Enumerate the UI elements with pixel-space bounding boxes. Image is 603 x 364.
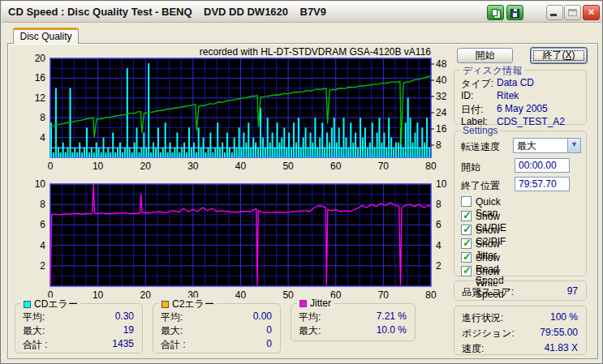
jitter-max-row: 最大:10.0 % bbox=[299, 324, 407, 338]
app-window: CD Speed : Disc Quality Test - BENQ DVD … bbox=[0, 0, 603, 364]
focus-rect bbox=[533, 50, 584, 61]
minimize-icon bbox=[550, 14, 557, 16]
cd-avg-row: 平均:0.30 bbox=[23, 310, 135, 324]
svg-text:40: 40 bbox=[235, 161, 247, 172]
c2-error-stats-group: C2エラー 平均:0.00 最大:0 合計 :0 bbox=[153, 303, 281, 353]
svg-text:60: 60 bbox=[330, 161, 342, 172]
transfer-speed-select[interactable]: 最大 ▼ bbox=[513, 138, 581, 153]
svg-text:12: 12 bbox=[35, 92, 46, 104]
copy-button[interactable] bbox=[487, 5, 504, 20]
save-button[interactable] bbox=[506, 5, 523, 20]
checkbox-icon: ✓ bbox=[461, 238, 472, 249]
svg-text:8: 8 bbox=[40, 112, 45, 123]
c2-error-caption: C2エラー bbox=[159, 298, 217, 311]
cd-error-stats-group: CDエラー 平均:0.30 最大:19 合計 :1435 bbox=[15, 303, 143, 353]
svg-text:40: 40 bbox=[235, 289, 247, 301]
end-position-input[interactable]: 79:57.70 bbox=[515, 177, 570, 191]
jitter-caption: Jitter bbox=[297, 298, 334, 309]
checkbox-icon: ✓ bbox=[461, 196, 472, 207]
window-title: CD Speed : Disc Quality Test - BENQ DVD … bbox=[8, 6, 326, 18]
maximize-icon bbox=[568, 9, 577, 16]
jitter-avg-row: 平均:7.21 % bbox=[299, 310, 407, 324]
quality-score-group: 品質スコア:97 bbox=[454, 280, 587, 301]
close-button[interactable]: × bbox=[583, 5, 600, 20]
tab-label: Disc Quality bbox=[19, 31, 71, 42]
checkbox-icon: ✓ bbox=[461, 266, 472, 276]
speed-row: 速度:41.83 X bbox=[462, 342, 579, 356]
cd-error-caption: CDエラー bbox=[21, 298, 80, 311]
disc-id-row: ID:Ritek bbox=[461, 90, 579, 101]
settings-group: Settings 転送速度 最大 ▼ 開始 00:00.00 終了位置 79:5… bbox=[454, 131, 587, 276]
settings-title: Settings bbox=[460, 125, 500, 136]
jitter-legend-swatch bbox=[299, 300, 307, 307]
start-button[interactable]: 開始 bbox=[457, 48, 513, 63]
disc-date-row: 日付:6 May 2005 bbox=[461, 103, 579, 117]
tab-disc-quality[interactable]: Disc Quality bbox=[13, 28, 79, 44]
jitter-chart: 22446688101001020304050607080 bbox=[17, 179, 455, 302]
svg-text:6: 6 bbox=[436, 219, 441, 230]
svg-text:4: 4 bbox=[40, 240, 45, 251]
svg-text:10: 10 bbox=[93, 161, 104, 172]
svg-text:20: 20 bbox=[35, 53, 46, 64]
title-bar: CD Speed : Disc Quality Test - BENQ DVD … bbox=[2, 2, 601, 23]
svg-text:24: 24 bbox=[436, 107, 447, 118]
svg-text:16: 16 bbox=[436, 123, 447, 135]
quality-score-row: 品質スコア:97 bbox=[462, 285, 579, 299]
svg-text:4: 4 bbox=[436, 240, 441, 251]
checkbox-icon: ✓ bbox=[461, 225, 472, 235]
c2-avg-row: 平均:0.00 bbox=[161, 310, 273, 324]
svg-text:8: 8 bbox=[436, 139, 441, 151]
c2-max-row: 最大:0 bbox=[161, 324, 273, 338]
disc-info-group: ディスク情報 タイプ:Data CD ID:Ritek 日付:6 May 200… bbox=[454, 70, 587, 125]
svg-text:8: 8 bbox=[40, 199, 45, 210]
svg-text:50: 50 bbox=[282, 289, 294, 301]
checkbox-icon: ✓ bbox=[461, 252, 472, 263]
maximize-button[interactable] bbox=[564, 5, 581, 20]
cd-total-row: 合計 :1435 bbox=[23, 338, 135, 352]
c1-error-speed-chart: 481216208162432404801020304050607080 bbox=[17, 46, 455, 179]
svg-text:16: 16 bbox=[35, 72, 46, 84]
c2-error-legend-swatch bbox=[162, 301, 169, 308]
svg-text:50: 50 bbox=[282, 161, 294, 172]
svg-text:2: 2 bbox=[436, 260, 441, 272]
copy-icon bbox=[492, 9, 497, 16]
minimize-button[interactable] bbox=[546, 5, 563, 20]
checkbox-icon: ✓ bbox=[461, 211, 472, 221]
progress-group: 進行状況:100 % ポジション:79:55.00 速度:41.83 X bbox=[454, 306, 587, 355]
svg-text:10: 10 bbox=[35, 179, 46, 190]
svg-text:6: 6 bbox=[40, 219, 45, 230]
svg-text:10: 10 bbox=[436, 179, 447, 190]
svg-text:32: 32 bbox=[436, 91, 447, 102]
svg-text:48: 48 bbox=[436, 58, 447, 70]
svg-text:8: 8 bbox=[436, 199, 441, 210]
svg-text:30: 30 bbox=[187, 161, 199, 172]
exit-button[interactable]: 終了(X) bbox=[531, 48, 587, 63]
disc-info-title: ディスク情報 bbox=[460, 64, 524, 78]
svg-text:80: 80 bbox=[425, 161, 437, 172]
svg-text:10: 10 bbox=[93, 289, 104, 301]
disc-type-row: タイプ:Data CD bbox=[461, 77, 579, 91]
svg-text:40: 40 bbox=[436, 75, 447, 86]
jitter-stats-group: Jitter 平均:7.21 % 最大:10.0 % bbox=[291, 303, 416, 341]
c2-total-row: 合計 :0 bbox=[161, 338, 273, 352]
svg-text:70: 70 bbox=[378, 161, 390, 172]
chevron-down-icon[interactable]: ▼ bbox=[567, 139, 580, 152]
svg-text:2: 2 bbox=[40, 260, 45, 272]
svg-text:20: 20 bbox=[140, 289, 152, 301]
svg-text:20: 20 bbox=[140, 161, 152, 172]
cd-error-legend-swatch bbox=[24, 301, 31, 308]
svg-text:80: 80 bbox=[425, 289, 437, 301]
save-icon bbox=[510, 9, 519, 18]
start-position-input[interactable]: 00:00.00 bbox=[515, 158, 570, 173]
progress-row: 進行状況:100 % bbox=[462, 311, 579, 325]
cd-max-row: 最大:19 bbox=[23, 324, 135, 338]
svg-text:0: 0 bbox=[48, 161, 54, 172]
svg-text:70: 70 bbox=[378, 289, 390, 301]
svg-text:4: 4 bbox=[40, 132, 45, 143]
position-row: ポジション:79:55.00 bbox=[462, 327, 579, 340]
